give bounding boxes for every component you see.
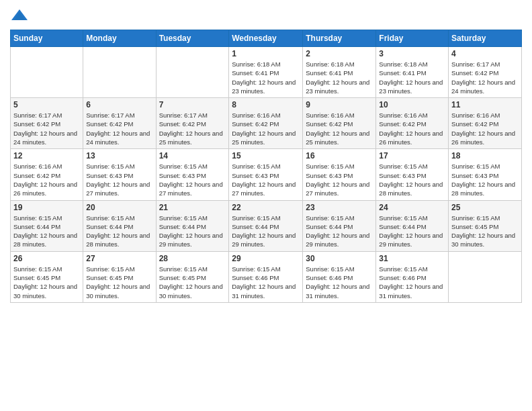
day-number: 1: [232, 49, 300, 58]
weekday-header-saturday: Saturday: [449, 30, 522, 47]
calendar-page: SundayMondayTuesdayWednesdayThursdayFrid…: [0, 0, 532, 411]
day-info: Sunrise: 6:15 AM Sunset: 6:45 PM Dayligh…: [13, 265, 80, 300]
weekday-header-monday: Monday: [83, 30, 156, 47]
calendar-cell: 29Sunrise: 6:15 AM Sunset: 6:46 PM Dayli…: [229, 251, 303, 302]
day-number: 26: [13, 254, 80, 263]
day-info: Sunrise: 6:17 AM Sunset: 6:42 PM Dayligh…: [13, 111, 80, 146]
day-number: 11: [451, 100, 519, 109]
day-info: Sunrise: 6:15 AM Sunset: 6:46 PM Dayligh…: [379, 265, 445, 300]
day-info: Sunrise: 6:17 AM Sunset: 6:42 PM Dayligh…: [159, 111, 226, 146]
day-info: Sunrise: 6:15 AM Sunset: 6:43 PM Dayligh…: [232, 162, 300, 197]
calendar-week-row: 5Sunrise: 6:17 AM Sunset: 6:42 PM Daylig…: [11, 98, 522, 149]
day-number: 13: [86, 151, 152, 161]
day-info: Sunrise: 6:17 AM Sunset: 6:42 PM Dayligh…: [86, 111, 152, 146]
day-number: 14: [159, 151, 226, 161]
calendar-cell: 15Sunrise: 6:15 AM Sunset: 6:43 PM Dayli…: [229, 149, 303, 200]
day-number: 28: [159, 254, 226, 263]
calendar-week-row: 19Sunrise: 6:15 AM Sunset: 6:44 PM Dayli…: [11, 200, 522, 251]
calendar-cell: 14Sunrise: 6:15 AM Sunset: 6:43 PM Dayli…: [156, 149, 229, 200]
day-number: 15: [232, 151, 300, 161]
calendar-cell: 8Sunrise: 6:16 AM Sunset: 6:42 PM Daylig…: [229, 98, 303, 149]
calendar-cell: 25Sunrise: 6:15 AM Sunset: 6:45 PM Dayli…: [449, 200, 522, 251]
calendar-cell: 9Sunrise: 6:16 AM Sunset: 6:42 PM Daylig…: [303, 98, 376, 149]
calendar-cell: 18Sunrise: 6:15 AM Sunset: 6:43 PM Dayli…: [449, 149, 522, 200]
logo-icon: [10, 7, 29, 26]
day-number: 22: [232, 203, 300, 212]
calendar-cell: 23Sunrise: 6:15 AM Sunset: 6:44 PM Dayli…: [303, 200, 376, 251]
day-number: 19: [13, 203, 80, 212]
day-info: Sunrise: 6:15 AM Sunset: 6:44 PM Dayligh…: [159, 214, 226, 249]
calendar-cell: 27Sunrise: 6:15 AM Sunset: 6:45 PM Dayli…: [83, 251, 156, 302]
day-number: 10: [379, 100, 445, 109]
calendar-cell: [11, 47, 83, 98]
day-number: 29: [232, 254, 300, 263]
calendar-cell: 30Sunrise: 6:15 AM Sunset: 6:46 PM Dayli…: [303, 251, 376, 302]
day-number: 17: [379, 151, 445, 161]
day-number: 6: [86, 100, 152, 109]
day-info: Sunrise: 6:15 AM Sunset: 6:45 PM Dayligh…: [159, 265, 226, 300]
calendar-cell: 4Sunrise: 6:17 AM Sunset: 6:42 PM Daylig…: [449, 47, 522, 98]
calendar-cell: 17Sunrise: 6:15 AM Sunset: 6:43 PM Dayli…: [376, 149, 449, 200]
day-number: 30: [306, 254, 373, 263]
calendar-cell: 19Sunrise: 6:15 AM Sunset: 6:44 PM Dayli…: [11, 200, 83, 251]
day-info: Sunrise: 6:15 AM Sunset: 6:43 PM Dayligh…: [159, 162, 226, 197]
day-number: 27: [86, 254, 152, 263]
day-info: Sunrise: 6:15 AM Sunset: 6:45 PM Dayligh…: [451, 214, 519, 249]
day-info: Sunrise: 6:18 AM Sunset: 6:41 PM Dayligh…: [379, 60, 445, 95]
weekday-header-friday: Friday: [376, 30, 449, 47]
calendar-cell: 5Sunrise: 6:17 AM Sunset: 6:42 PM Daylig…: [11, 98, 83, 149]
calendar-cell: 7Sunrise: 6:17 AM Sunset: 6:42 PM Daylig…: [156, 98, 229, 149]
day-info: Sunrise: 6:15 AM Sunset: 6:45 PM Dayligh…: [86, 265, 152, 300]
calendar-cell: 12Sunrise: 6:16 AM Sunset: 6:42 PM Dayli…: [11, 149, 83, 200]
day-number: 18: [451, 151, 519, 161]
day-info: Sunrise: 6:15 AM Sunset: 6:43 PM Dayligh…: [86, 162, 152, 197]
day-info: Sunrise: 6:17 AM Sunset: 6:42 PM Dayligh…: [451, 60, 519, 95]
day-info: Sunrise: 6:18 AM Sunset: 6:41 PM Dayligh…: [306, 60, 373, 95]
calendar-cell: 13Sunrise: 6:15 AM Sunset: 6:43 PM Dayli…: [83, 149, 156, 200]
calendar-week-row: 1Sunrise: 6:18 AM Sunset: 6:41 PM Daylig…: [11, 47, 522, 98]
day-info: Sunrise: 6:18 AM Sunset: 6:41 PM Dayligh…: [232, 60, 300, 95]
calendar-cell: [449, 251, 522, 302]
day-info: Sunrise: 6:15 AM Sunset: 6:44 PM Dayligh…: [306, 214, 373, 249]
calendar-cell: 3Sunrise: 6:18 AM Sunset: 6:41 PM Daylig…: [376, 47, 449, 98]
day-info: Sunrise: 6:16 AM Sunset: 6:42 PM Dayligh…: [232, 111, 300, 146]
weekday-header-wednesday: Wednesday: [229, 30, 303, 47]
day-number: 12: [13, 151, 80, 161]
calendar-table: SundayMondayTuesdayWednesdayThursdayFrid…: [10, 30, 522, 303]
day-number: 2: [306, 49, 373, 58]
day-info: Sunrise: 6:15 AM Sunset: 6:44 PM Dayligh…: [379, 214, 445, 249]
calendar-cell: 1Sunrise: 6:18 AM Sunset: 6:41 PM Daylig…: [229, 47, 303, 98]
calendar-cell: 28Sunrise: 6:15 AM Sunset: 6:45 PM Dayli…: [156, 251, 229, 302]
page-header: [10, 7, 522, 26]
day-info: Sunrise: 6:15 AM Sunset: 6:44 PM Dayligh…: [86, 214, 152, 249]
day-info: Sunrise: 6:16 AM Sunset: 6:42 PM Dayligh…: [451, 111, 519, 146]
day-info: Sunrise: 6:15 AM Sunset: 6:44 PM Dayligh…: [13, 214, 80, 249]
logo: [10, 7, 32, 26]
day-info: Sunrise: 6:15 AM Sunset: 6:43 PM Dayligh…: [306, 162, 373, 197]
calendar-cell: 21Sunrise: 6:15 AM Sunset: 6:44 PM Dayli…: [156, 200, 229, 251]
day-info: Sunrise: 6:16 AM Sunset: 6:42 PM Dayligh…: [13, 162, 80, 197]
day-number: 3: [379, 49, 445, 58]
calendar-cell: 22Sunrise: 6:15 AM Sunset: 6:44 PM Dayli…: [229, 200, 303, 251]
day-info: Sunrise: 6:15 AM Sunset: 6:43 PM Dayligh…: [451, 162, 519, 197]
calendar-cell: 24Sunrise: 6:15 AM Sunset: 6:44 PM Dayli…: [376, 200, 449, 251]
day-info: Sunrise: 6:16 AM Sunset: 6:42 PM Dayligh…: [379, 111, 445, 146]
day-number: 9: [306, 100, 373, 109]
calendar-cell: [83, 47, 156, 98]
calendar-cell: 31Sunrise: 6:15 AM Sunset: 6:46 PM Dayli…: [376, 251, 449, 302]
day-number: 23: [306, 203, 373, 212]
day-number: 24: [379, 203, 445, 212]
day-info: Sunrise: 6:15 AM Sunset: 6:44 PM Dayligh…: [232, 214, 300, 249]
calendar-cell: 10Sunrise: 6:16 AM Sunset: 6:42 PM Dayli…: [376, 98, 449, 149]
day-number: 31: [379, 254, 445, 263]
day-number: 4: [451, 49, 519, 58]
weekday-header-thursday: Thursday: [303, 30, 376, 47]
day-number: 7: [159, 100, 226, 109]
calendar-cell: [156, 47, 229, 98]
day-number: 25: [451, 203, 519, 212]
weekday-header-sunday: Sunday: [11, 30, 83, 47]
calendar-cell: 11Sunrise: 6:16 AM Sunset: 6:42 PM Dayli…: [449, 98, 522, 149]
calendar-cell: 16Sunrise: 6:15 AM Sunset: 6:43 PM Dayli…: [303, 149, 376, 200]
calendar-week-row: 26Sunrise: 6:15 AM Sunset: 6:45 PM Dayli…: [11, 251, 522, 302]
day-number: 5: [13, 100, 80, 109]
